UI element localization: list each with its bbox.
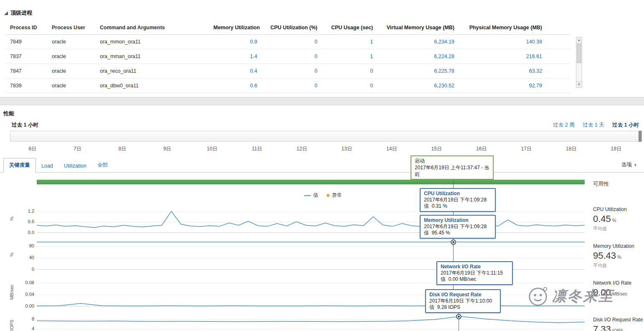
table-row[interactable]: 7837oracleora_mman_ora111.4016,224.28216… [6, 49, 570, 64]
memory-point-marker[interactable] [451, 239, 456, 245]
column-header-command-and-arguments[interactable]: Command and Arguments [96, 21, 209, 35]
metric-value-row: 0.45% [593, 214, 644, 224]
range-link-2weeks[interactable]: 过去 2 周 [553, 122, 574, 128]
disk-point-marker[interactable] [456, 314, 461, 319]
callout-time: 2017年6月19日 下午1:11:15 [441, 270, 509, 276]
scroll-down-icon[interactable]: ▼ [576, 81, 582, 87]
metric-unit: % [612, 218, 616, 223]
cell: 140.39 [459, 35, 546, 49]
column-header-cpu-usage-sec[interactable]: CPU Usage (sec) [322, 21, 377, 35]
range-link-1hour[interactable]: 过去 1 小时 [612, 122, 639, 128]
callout-time: 2017年6月19日 下午1:10:00 [429, 298, 497, 304]
chart-cpu-utilization[interactable] [37, 207, 585, 233]
table-row[interactable]: 7847oracleora_reco_ora110.4006,225.7863.… [6, 64, 570, 79]
column-header-process-id[interactable]: Process ID [6, 21, 48, 35]
cell: 0 [261, 49, 322, 64]
date-label: 18日 [549, 145, 594, 153]
anomaly-dot-icon [327, 194, 330, 197]
cell: 0 [261, 64, 322, 79]
chart-line-disk-i-o-request-rate [37, 315, 585, 331]
cell-filler [546, 64, 570, 79]
tick-label: 4 [32, 326, 34, 331]
tick-label: 0.6 [28, 219, 34, 224]
range-link-1day[interactable]: 过去 1 天 [583, 122, 604, 128]
top-processes-headrow: Process IDProcess UserCommand and Argume… [6, 21, 570, 35]
column-header-virtual-memory-usage-mb[interactable]: Virtual Memory Usage (MB) [377, 21, 459, 35]
cell: 7847 [6, 64, 48, 79]
cell: 1 [322, 49, 377, 64]
table-row[interactable]: 7839oracleora_dbw0_ora110.6006,230.5292.… [6, 79, 570, 93]
callout-disk-i-o-request-rate: Disk I/O Request Rate2017年6月19日 下午1:10:0… [425, 289, 501, 313]
date-label: 12日 [279, 145, 325, 153]
date-label: 6日 [10, 145, 55, 153]
cell: oracle [48, 79, 96, 93]
legend-anomaly: 异常 [327, 192, 342, 199]
tab-all[interactable]: 全部 [92, 158, 113, 172]
cell-filler [546, 35, 570, 49]
tab-load[interactable]: Load [36, 160, 58, 172]
metric-name: Disk I/O Request Rate [593, 317, 644, 323]
cell: oracle [48, 64, 96, 79]
callout-title: Disk I/O Request Rate [429, 292, 497, 298]
cell: 1 [322, 35, 377, 49]
date-label: 16日 [459, 145, 504, 153]
top-processes-tbody: 7849oracleora_mmon_ora110.9016,234.19140… [6, 35, 570, 93]
cell: 7837 [6, 49, 48, 64]
cell-filler [546, 79, 570, 93]
column-header-memory-utilization[interactable]: Memory Utilization (%) [209, 21, 261, 35]
column-header-physical-memory-usage-mb[interactable]: Physical Memory Usage (MB) [459, 21, 546, 35]
performance-title: 性能 [3, 110, 14, 117]
table-row[interactable]: 7849oracleora_mmon_ora110.9016,234.19140… [6, 35, 570, 49]
metric-unit: IOPS [612, 328, 623, 331]
chart-disk-i-o-request-rate[interactable] [37, 315, 585, 331]
timeline-slider[interactable] [10, 131, 642, 142]
chart-axis-disk-i-o-request-rate: 84 [18, 315, 34, 331]
metric-average-label: 平均值 [593, 262, 644, 269]
watermark-logo-icon [527, 285, 549, 307]
date-label: 19日 [594, 145, 639, 153]
cell: oracle [48, 35, 96, 49]
cell: 0 [322, 79, 377, 93]
table-scrollbar[interactable]: ▲ ▼ [576, 37, 582, 88]
column-header-cpu-utilization[interactable]: CPU Utilization (%) [261, 21, 322, 35]
top-processes-header[interactable]: 顶级进程 [4, 9, 32, 17]
chevron-down-icon: ▼ [634, 163, 637, 167]
current-range-label: 过去 1 小时 [12, 122, 38, 129]
scroll-up-icon[interactable]: ▲ [576, 37, 582, 43]
date-label: 13日 [325, 145, 370, 153]
tick-label: 0.04 [25, 292, 34, 297]
collapse-triangle-icon[interactable] [4, 11, 8, 15]
callout-memory-utilization: Memory Utilization2017年6月19日 下午1:09:28值 … [420, 215, 496, 239]
metric-average-label: 平均值 [593, 226, 644, 232]
cell: 0 [322, 64, 377, 79]
tick-label: 0.0 [28, 230, 34, 235]
tab-utilization[interactable]: Utilization [58, 160, 92, 172]
date-label: 14日 [369, 145, 414, 153]
scrollbar-thumb[interactable] [577, 44, 581, 63]
availability-label: 可用性 [593, 181, 609, 188]
tick-label: 0.00 [25, 303, 34, 308]
options-dropdown[interactable]: 选项▼ [621, 161, 637, 172]
chart-axis-memory-utilization: 80400 [18, 242, 34, 270]
cell: 92.79 [459, 79, 546, 93]
axis-unit-memory-utilization: % [9, 244, 14, 265]
column-header-process-user[interactable]: Process User [48, 21, 96, 35]
watermark: 凛冬来至 [527, 285, 614, 307]
chart-legend: 值 异常 [304, 192, 342, 199]
cell: 0 [261, 35, 322, 49]
legend-value: 值 [304, 192, 318, 199]
availability-bar[interactable] [37, 180, 585, 184]
metric-value: 7.33 [593, 324, 611, 331]
cell: 0.9 [209, 35, 261, 49]
callout-time: 2017年6月19日 下午1:09:28 [424, 224, 492, 230]
metric-value-row: 95.43% [593, 250, 644, 261]
tick-label: 1.2 [28, 209, 34, 214]
cell: oracle [48, 49, 96, 64]
metric-name: CPU Utilization [593, 206, 644, 212]
section-divider [0, 97, 644, 105]
timeline-handle[interactable] [639, 131, 641, 142]
metric-name: Memory Utilization [593, 243, 644, 249]
cell: 63.32 [459, 64, 546, 79]
date-label: 15日 [414, 145, 459, 153]
tab-key-metrics[interactable]: 关键度量 [3, 158, 36, 173]
